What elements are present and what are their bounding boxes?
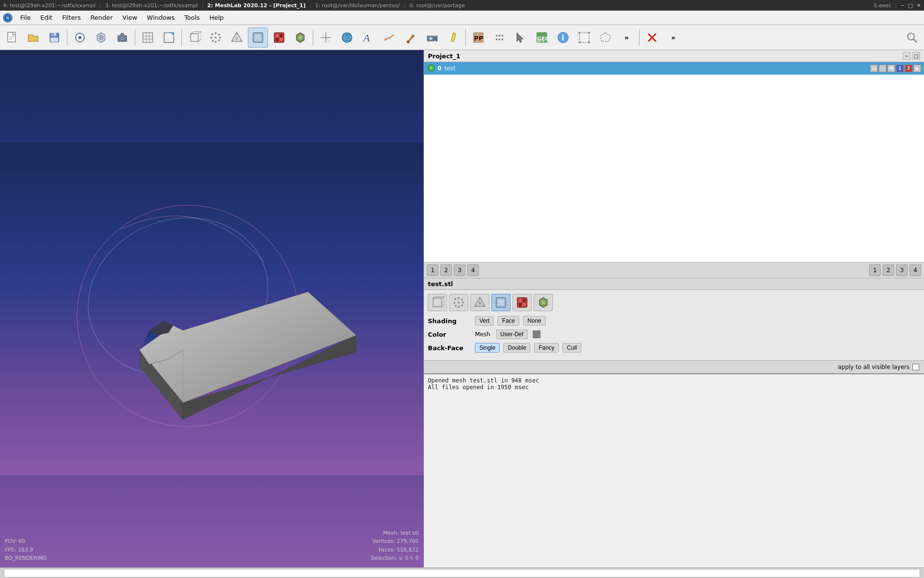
layer-num: 0 [437, 65, 441, 72]
color-userdef-btn[interactable]: User-Def [496, 329, 528, 339]
svg-point-42 [219, 37, 221, 39]
menu-edit[interactable]: Edit [36, 11, 57, 25]
shading-vert[interactable]: Vert [475, 316, 494, 326]
tab-r3[interactable]: 3 [896, 264, 908, 276]
ri-wireframe[interactable] [470, 294, 489, 311]
layer-ctrl-7[interactable]: 7 [905, 65, 912, 72]
apply-checkbox[interactable] [912, 364, 919, 370]
project-minimize[interactable]: ─ [903, 52, 911, 60]
svg-point-38 [215, 32, 217, 34]
titlebar: 4: test@l29ah-x201:~/sdfx/exampl | 3: te… [0, 0, 924, 11]
tb-solid-view[interactable] [248, 27, 268, 48]
tab-r1[interactable]: 1 [869, 264, 881, 276]
tb-select-rect[interactable] [574, 27, 594, 48]
tb-info[interactable]: i [553, 27, 573, 48]
tb-text-tool[interactable]: A [358, 27, 378, 48]
tb-wireframe-view[interactable] [227, 27, 247, 48]
tb-box-view[interactable] [184, 27, 205, 48]
tb-new[interactable] [2, 27, 22, 48]
svg-point-92 [588, 32, 590, 34]
ri-points[interactable] [449, 294, 468, 311]
svg-rect-136 [523, 299, 526, 302]
tb-texture-view[interactable] [269, 27, 289, 48]
project-restore[interactable]: □ [912, 52, 920, 60]
tb-snap[interactable] [70, 27, 90, 48]
ri-texture[interactable] [513, 294, 532, 311]
tab-4[interactable]: 4 [467, 264, 479, 276]
tb-save[interactable] [44, 27, 64, 48]
status-input[interactable] [4, 569, 920, 578]
titlebar-tab3-active[interactable]: 2: MeshLab 2020.12 - [Project_1] [207, 2, 306, 9]
layer-ctrl-1[interactable]: ⊡ [870, 65, 878, 72]
tab-r4[interactable]: 4 [910, 264, 921, 276]
svg-rect-9 [52, 33, 54, 36]
backface-cull[interactable]: Cull [563, 343, 581, 353]
tb-export[interactable] [159, 27, 179, 48]
layer-ctrl-play[interactable]: ▶ [913, 65, 921, 72]
ri-box[interactable] [428, 294, 447, 311]
tb-georef[interactable]: GEOREF [532, 27, 552, 48]
tab-1[interactable]: 1 [427, 264, 438, 276]
titlebar-tab1[interactable]: 4: test@l29ah-x201:~/sdfx/exampl [3, 2, 96, 9]
titlebar-tab5[interactable]: 0: root@/usr/portage [410, 2, 465, 9]
backface-double[interactable]: Double [503, 343, 530, 353]
tb-more2[interactable]: » [663, 27, 683, 48]
tb-axis[interactable] [316, 27, 336, 48]
svg-rect-70 [407, 40, 410, 43]
ri-radiance[interactable] [534, 294, 553, 311]
tab-r2[interactable]: 2 [883, 264, 894, 276]
project-title: Project_1 [428, 53, 461, 60]
svg-rect-53 [276, 34, 279, 37]
tb-radiance-view[interactable] [290, 27, 310, 48]
vp-fps: FPS: 163.9 [5, 546, 47, 554]
tb-camera[interactable] [112, 27, 132, 48]
tab-3[interactable]: 3 [454, 264, 465, 276]
tb-pencil[interactable] [443, 27, 463, 48]
tb-pp[interactable]: PP [468, 27, 488, 48]
shading-face[interactable]: Face [498, 316, 519, 326]
layer-ctrl-1b[interactable]: 1 [896, 65, 904, 72]
svg-line-33 [198, 32, 201, 34]
window-close[interactable]: ✕ [917, 2, 921, 9]
tb-globe[interactable] [337, 27, 357, 48]
tb-select-poly[interactable] [595, 27, 616, 48]
menu-file[interactable]: File [15, 11, 36, 25]
color-swatch[interactable] [533, 330, 540, 338]
svg-point-12 [78, 36, 81, 39]
main-layout: FOV: 60 FPS: 163.9 BO_RENDERING Mesh: te… [0, 50, 924, 567]
tb-grid[interactable] [138, 27, 158, 48]
svg-text:i: i [562, 33, 564, 42]
titlebar-tab2[interactable]: 3: test@l29ah-x201:~/sdfx/exampl [105, 2, 198, 9]
tb-hex[interactable] [91, 27, 111, 48]
tb-camera-tool[interactable] [422, 27, 442, 48]
viewport[interactable]: FOV: 60 FPS: 163.9 BO_RENDERING Mesh: te… [0, 50, 424, 567]
shading-none[interactable]: None [523, 316, 546, 326]
tb-more1[interactable]: » [616, 27, 637, 48]
tb-points-view[interactable] [205, 27, 226, 48]
tb-open-folder[interactable] [23, 27, 43, 48]
window-maximize[interactable]: □ [908, 2, 912, 9]
ri-solid[interactable] [491, 294, 511, 311]
menu-render[interactable]: Render [86, 11, 117, 25]
svg-point-78 [496, 35, 498, 37]
titlebar-tab4[interactable]: 1: root@/var/lib/lauman/pentoo/ [315, 2, 400, 9]
tb-dots[interactable] [489, 27, 510, 48]
tb-cursor-select[interactable] [511, 27, 531, 48]
window-minimize[interactable]: ─ [901, 2, 904, 9]
menu-help[interactable]: Help [205, 11, 229, 25]
backface-fancy[interactable]: Fancy [534, 343, 559, 353]
backface-single[interactable]: Single [475, 343, 500, 353]
menu-view[interactable]: View [117, 11, 142, 25]
layer-ctrl-2[interactable]: ⋯ [879, 65, 886, 72]
menu-filters[interactable]: Filters [57, 11, 86, 25]
menu-windows[interactable]: Windows [142, 11, 180, 25]
tb-close-red[interactable] [642, 27, 662, 48]
tb-measure[interactable] [379, 27, 399, 48]
layer-row[interactable]: 0 test ⊡ ⋯ M 1 7 ▶ [424, 62, 924, 75]
tb-sep6 [639, 29, 640, 46]
layer-ctrl-m[interactable]: M [887, 65, 895, 72]
menu-tools[interactable]: Tools [180, 11, 205, 25]
tb-paint[interactable] [400, 27, 421, 48]
tab-2[interactable]: 2 [440, 264, 452, 276]
tb-search[interactable] [902, 27, 922, 48]
